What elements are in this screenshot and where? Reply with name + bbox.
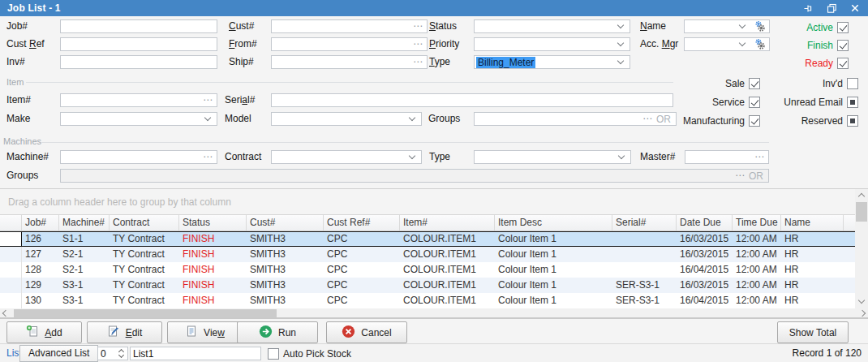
unread-email-checkbox[interactable] bbox=[847, 97, 858, 108]
run-button[interactable]: Run bbox=[237, 321, 318, 343]
add-button[interactable]: Add bbox=[6, 321, 82, 343]
spinner-arrows[interactable] bbox=[118, 347, 127, 360]
header-cust[interactable]: Cust# bbox=[247, 215, 324, 231]
acc-mgr-gear-icon[interactable] bbox=[751, 38, 769, 50]
close-icon[interactable] bbox=[849, 2, 861, 14]
cust-ref-input[interactable] bbox=[61, 38, 217, 50]
ship-input[interactable] bbox=[272, 56, 409, 68]
cust-input[interactable] bbox=[272, 20, 409, 32]
acc-mgr-combo[interactable] bbox=[684, 37, 770, 51]
contract-combo[interactable] bbox=[271, 150, 422, 164]
machine-groups-input[interactable] bbox=[61, 170, 731, 182]
cell-filler bbox=[844, 262, 855, 278]
inv-input[interactable] bbox=[61, 56, 217, 68]
manufacturing-checkbox[interactable] bbox=[749, 115, 760, 127]
horizontal-scroll-thumb[interactable] bbox=[14, 309, 277, 317]
header-date-due[interactable]: Date Due bbox=[677, 215, 733, 231]
master-label: Master# bbox=[640, 150, 675, 164]
table-row[interactable]: 130 S3-1 TY Contract FINISH SMITH3 CPC C… bbox=[0, 293, 855, 308]
cell-filler bbox=[844, 278, 855, 293]
spinner-down-icon[interactable] bbox=[118, 352, 124, 358]
header-item[interactable]: Item# bbox=[400, 215, 495, 231]
header-time-due[interactable]: Time Due bbox=[733, 215, 781, 231]
master-ellipsis-button[interactable]: ⋯ bbox=[750, 151, 768, 163]
cell-filler bbox=[844, 247, 855, 262]
service-checkbox[interactable] bbox=[749, 97, 760, 108]
edit-button[interactable]: Edit bbox=[87, 321, 162, 343]
table-row[interactable]: 129 S3-1 TY Contract FINISH SMITH3 CPC C… bbox=[0, 278, 855, 293]
table-row[interactable]: 127 S2-1 TY Contract FINISH SMITH3 CPC C… bbox=[0, 247, 855, 262]
view-button[interactable]: View bbox=[167, 321, 243, 343]
cell-time-due: 12:00 AM bbox=[733, 262, 781, 278]
cell-cust: SMITH3 bbox=[247, 262, 324, 278]
cust-ellipsis-button[interactable]: ⋯ bbox=[409, 20, 427, 32]
priority-combo[interactable] bbox=[474, 37, 630, 51]
invd-checkbox[interactable] bbox=[847, 78, 858, 89]
from-ellipsis-button[interactable]: ⋯ bbox=[409, 38, 427, 50]
header-job[interactable]: Job# bbox=[22, 215, 59, 231]
auto-pick-stock-checkbox[interactable] bbox=[268, 348, 279, 360]
item-input[interactable] bbox=[61, 94, 199, 106]
vertical-scroll-thumb[interactable] bbox=[856, 202, 867, 222]
ready-label: Ready bbox=[805, 58, 833, 69]
sale-label: Sale bbox=[725, 78, 745, 89]
header-cust-ref[interactable]: Cust Ref# bbox=[324, 215, 400, 231]
machine-input[interactable] bbox=[61, 151, 199, 163]
model-combo[interactable] bbox=[271, 112, 422, 126]
machine-ellipsis-button[interactable]: ⋯ bbox=[199, 151, 217, 163]
table-row[interactable]: 128 S2-1 TY Contract FINISH SMITH3 CPC C… bbox=[0, 262, 855, 278]
serial-input[interactable] bbox=[272, 94, 672, 106]
header-status[interactable]: Status bbox=[179, 215, 247, 231]
sale-checkbox[interactable] bbox=[749, 78, 760, 89]
cell-item-desc: Colour Item 1 bbox=[495, 278, 612, 293]
item-groups-ellipsis-button[interactable]: ⋯ bbox=[638, 113, 656, 125]
show-total-button[interactable]: Show Total bbox=[777, 321, 849, 343]
cell-item: COLOUR.ITEM1 bbox=[400, 247, 495, 262]
header-name[interactable]: Name bbox=[781, 215, 844, 231]
acc-mgr-label: Acc. Mgr bbox=[640, 37, 678, 51]
item-ellipsis-button[interactable]: ⋯ bbox=[199, 94, 217, 106]
active-checkbox[interactable] bbox=[837, 22, 849, 33]
pin-icon[interactable] bbox=[802, 2, 814, 14]
cell-item-desc: Colour Item 1 bbox=[495, 262, 612, 278]
from-input[interactable] bbox=[272, 38, 409, 50]
ship-ellipsis-button[interactable]: ⋯ bbox=[409, 56, 427, 68]
auto-pick-stock: Auto Pick Stock bbox=[268, 347, 351, 360]
cell-contract: TY Contract bbox=[110, 262, 179, 278]
type-combo[interactable]: Billing_Meter bbox=[474, 55, 630, 69]
ready-checkbox[interactable] bbox=[837, 58, 849, 69]
make-combo[interactable] bbox=[60, 112, 217, 126]
name-label: Name bbox=[640, 19, 666, 33]
name-gear-icon[interactable] bbox=[751, 20, 769, 32]
cell-cust-ref: CPC bbox=[324, 293, 400, 308]
header-item-desc[interactable]: Item Desc bbox=[495, 215, 612, 231]
scroll-left-icon[interactable] bbox=[2, 310, 9, 317]
cell-status: FINISH bbox=[179, 247, 247, 262]
list-number-input[interactable] bbox=[98, 347, 118, 360]
item-groups-label: Groups bbox=[428, 112, 460, 126]
master-input[interactable] bbox=[685, 151, 750, 163]
tab-advanced-list[interactable]: Advanced List bbox=[19, 345, 98, 362]
scroll-right-icon[interactable] bbox=[859, 310, 866, 317]
list-name-input[interactable] bbox=[131, 347, 260, 360]
scroll-up-icon[interactable] bbox=[858, 193, 865, 200]
restore-icon[interactable] bbox=[826, 2, 837, 14]
table-row[interactable]: 126 S1-1 TY Contract FINISH SMITH3 CPC C… bbox=[0, 231, 855, 247]
vertical-scrollbar[interactable] bbox=[855, 189, 868, 308]
header-machine[interactable]: Machine# bbox=[59, 215, 110, 231]
item-groups-input[interactable] bbox=[475, 113, 638, 125]
scroll-down-icon[interactable] bbox=[858, 297, 865, 304]
item-groups-field: ⋯OR bbox=[474, 112, 677, 126]
status-combo[interactable] bbox=[474, 19, 630, 33]
header-contract[interactable]: Contract bbox=[110, 215, 179, 231]
name-combo[interactable] bbox=[684, 19, 770, 33]
cancel-button[interactable]: Cancel bbox=[326, 321, 407, 343]
machine-groups-ellipsis-button[interactable]: ⋯ bbox=[731, 170, 749, 182]
machine-type-combo[interactable] bbox=[474, 150, 631, 164]
header-serial[interactable]: Serial# bbox=[612, 215, 677, 231]
group-by-bar[interactable]: Drag a column header here to group by th… bbox=[0, 189, 855, 215]
reserved-checkbox[interactable] bbox=[847, 115, 858, 127]
job-input[interactable] bbox=[61, 20, 217, 32]
titlebar[interactable]: Job List - 1 bbox=[0, 0, 868, 16]
finish-checkbox[interactable] bbox=[837, 40, 849, 51]
